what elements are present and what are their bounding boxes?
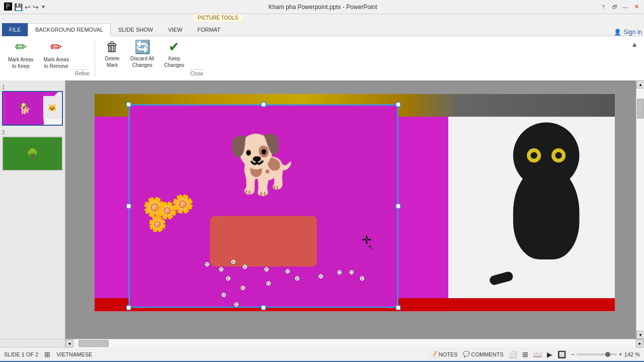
notes-button[interactable]: 📝 NOTES xyxy=(430,351,458,357)
scroll-track-horizontal xyxy=(73,339,636,347)
plus-marker-15: ⊕ xyxy=(349,268,354,276)
plus-marker-3: ⊕ xyxy=(230,258,236,265)
mark-keep-icon: ✏ xyxy=(15,40,27,54)
tab-format[interactable]: FORMAT xyxy=(190,23,228,36)
plus-marker-5: ⊕ xyxy=(225,275,231,282)
slide-thumbnail-1[interactable]: 1 🐕 🐱 xyxy=(2,84,63,126)
tab-view[interactable]: VIEW xyxy=(160,23,190,36)
slide-num-1: 1 xyxy=(2,84,63,90)
title-bar: 🅿 💾 ↩ ↪ ▼ Kham pha Powerpoint.pptx - Pow… xyxy=(0,0,644,14)
handle-mid-right[interactable] xyxy=(396,204,400,208)
scroll-right-button[interactable]: ► xyxy=(636,339,644,347)
notes-icon: 📝 xyxy=(430,351,437,357)
redo-button[interactable]: ↪ xyxy=(33,3,39,11)
minimize-button[interactable]: — xyxy=(622,4,629,11)
slide-2-thumb[interactable]: 🌳 xyxy=(2,136,63,171)
comments-icon: 💬 xyxy=(463,351,470,357)
ribbon-tab-row: FILE BACKGROUND REMOVAL SLIDE SHOW VIEW … xyxy=(0,22,644,36)
zoom-level: 142 % xyxy=(624,351,640,357)
zoom-out-button[interactable]: − xyxy=(571,351,575,358)
handle-mid-left[interactable] xyxy=(126,204,131,208)
scroll-track-vertical xyxy=(636,88,644,331)
mark-areas-keep-button[interactable]: ✏ Mark Areasto Keep xyxy=(4,38,38,78)
scroll-down-button[interactable]: ▼ xyxy=(636,331,644,339)
normal-view-button[interactable]: ⬜ xyxy=(509,350,517,358)
plus-marker-7: ⊕ xyxy=(221,291,226,299)
plus-marker-8: ⊕ xyxy=(233,301,239,308)
plus-marker-14: ⊕ xyxy=(337,268,342,276)
slide-canvas: 🐕 🌼 🌼 🌼 🌼 xyxy=(95,94,615,311)
tab-slide-show[interactable]: SLIDE SHOW xyxy=(111,23,160,36)
comments-button[interactable]: 💬 COMMENTS xyxy=(463,351,504,357)
tab-file[interactable]: FILE xyxy=(2,23,28,36)
plus-marker-2: ⊕ xyxy=(218,265,224,273)
plus-marker-1: ⊕ xyxy=(204,260,210,268)
main-area: 1 🐕 🐱 2 🌳 xyxy=(0,80,644,339)
slide-panel: 1 🐕 🐱 2 🌳 xyxy=(0,80,65,339)
cat-image[interactable] xyxy=(487,118,605,279)
mark-remove-label: Mark Areasto Remove xyxy=(44,56,69,69)
discard-all-changes-button[interactable]: 🔄 Discard AllChanges xyxy=(126,38,158,78)
zoom-in-button[interactable]: + xyxy=(619,351,622,358)
dog-image-container[interactable]: 🐕 🌼 🌼 🌼 🌼 xyxy=(129,105,398,308)
plus-marker-12: ⊕ xyxy=(294,275,300,282)
scroll-left-button[interactable]: ◄ xyxy=(65,339,73,347)
slide-thumb-active[interactable]: 🐕 🐱 xyxy=(2,91,63,126)
slide-sorter-button[interactable]: ⊞ xyxy=(522,350,528,358)
zoom-slider[interactable] xyxy=(577,353,617,355)
handle-bot-right[interactable] xyxy=(396,305,400,310)
picture-tools-label: PICTURE TOOLS xyxy=(193,14,243,22)
delete-mark-button[interactable]: 🗑 DeleteMark xyxy=(100,38,124,78)
delete-mark-icon: 🗑 xyxy=(106,40,119,53)
scroll-thumb-horizontal[interactable] xyxy=(78,340,109,347)
slide-2-preview: 🌳 xyxy=(3,137,62,170)
undo-button[interactable]: ↩ xyxy=(25,3,31,11)
ribbon: PICTURE TOOLS FILE BACKGROUND REMOVAL SL… xyxy=(0,14,644,80)
window-title: Kham pha Powerpoint.pptx - PowerPoint xyxy=(268,4,377,11)
save-button[interactable]: 💾 xyxy=(14,3,23,11)
scroll-up-button[interactable]: ▲ xyxy=(636,80,644,88)
handle-top-left[interactable] xyxy=(126,102,131,107)
delete-mark-label: DeleteMark xyxy=(105,55,120,68)
slide-thumbnail-2[interactable]: 2 🌳 xyxy=(2,130,63,171)
status-bar: SLIDE 1 OF 2 ⊞ VIETNAMESE 📝 NOTES 💬 COMM… xyxy=(0,347,644,361)
status-right: 📝 NOTES 💬 COMMENTS ⬜ ⊞ 📖 ▶ 🔲 − + 142 % xyxy=(430,350,640,358)
status-left: SLIDE 1 OF 2 ⊞ VIETNAMESE xyxy=(4,350,92,358)
slideshow-button[interactable]: ▶ xyxy=(547,350,552,358)
close-button[interactable]: ✕ xyxy=(633,4,640,11)
plus-marker-13: ⊕ xyxy=(318,272,324,280)
keep-changes-label: KeepChanges xyxy=(164,55,184,68)
slide-1-preview: 🐕 🐱 xyxy=(3,92,62,125)
plus-marker-4: ⊕ xyxy=(242,263,248,270)
handle-top-right[interactable] xyxy=(396,102,400,107)
plus-marker-11: ⊕ xyxy=(285,267,290,275)
plus-marker-6: ⊕ xyxy=(240,284,246,292)
handle-bot-mid[interactable] xyxy=(261,305,266,310)
customize-qa-button[interactable]: ▼ xyxy=(41,4,46,10)
quick-access-toolbar: 🅿 💾 ↩ ↪ ▼ xyxy=(4,3,46,12)
scroll-thumb-vertical[interactable] xyxy=(637,99,644,119)
mark-areas-remove-button[interactable]: ✏ Mark Areasto Remove xyxy=(40,38,73,78)
ribbon-content: ✏ Mark Areasto Keep ✏ Mark Areasto Remov… xyxy=(0,36,644,80)
zoom-slider-thumb[interactable] xyxy=(605,352,610,357)
zoom-control: − + 142 % xyxy=(571,351,640,358)
tab-background-removal[interactable]: BACKGROUND REMOVAL xyxy=(28,23,111,36)
restore-button[interactable]: 🗗 xyxy=(611,4,618,11)
handle-bot-left[interactable] xyxy=(126,305,131,310)
help-button[interactable]: ? xyxy=(600,4,607,11)
accessibility-icon[interactable]: ⊞ xyxy=(44,350,50,358)
vertical-scrollbar[interactable]: ▲ ▼ xyxy=(636,80,644,339)
keep-changes-button[interactable]: ✔ KeepChanges xyxy=(160,38,188,78)
plus-marker-16: ⊕ xyxy=(359,275,365,282)
reading-view-button[interactable]: 📖 xyxy=(533,350,542,358)
fit-slide-button[interactable]: 🔲 xyxy=(557,350,566,358)
sign-in-button[interactable]: 👤 Sign in xyxy=(614,29,642,36)
language-label[interactable]: VIETNAMESE xyxy=(56,351,92,357)
keep-changes-icon: ✔ xyxy=(169,40,180,53)
slide-count: SLIDE 1 OF 2 xyxy=(4,351,38,357)
mark-keep-label: Mark Areasto Keep xyxy=(8,56,34,69)
refine-group-label: Refine xyxy=(75,69,90,76)
plus-marker-10: ⊕ xyxy=(264,265,269,273)
handle-top-mid[interactable] xyxy=(261,102,266,107)
ribbon-collapse-button[interactable]: ▲ xyxy=(629,38,640,50)
